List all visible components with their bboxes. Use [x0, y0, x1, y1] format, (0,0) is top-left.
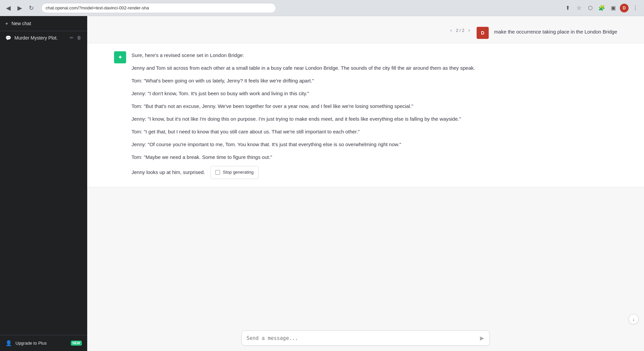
stop-generating-button[interactable]: Stop generating	[210, 166, 259, 179]
upgrade-icon: 👤	[5, 340, 12, 346]
back-button[interactable]: ◀	[4, 3, 13, 13]
bookmark-button[interactable]: ☆	[574, 3, 584, 13]
ai-intro: Sure, here's a revised scene set in Lond…	[131, 51, 617, 59]
forward-button[interactable]: ▶	[15, 3, 24, 13]
ai-para-1: Tom: "What's been going on with us latel…	[131, 77, 617, 85]
conversation: ‹ 2 / 2 › D make the occurrence taking p…	[87, 16, 644, 327]
extensions-button[interactable]: ⬡	[586, 3, 595, 13]
ai-message-wrapper: ✦ Sure, here's a revised scene set in Lo…	[87, 43, 644, 187]
ai-message-content: Sure, here's a revised scene set in Lond…	[131, 51, 617, 179]
ai-para-4: Jenny: "I know, but it's not like I'm do…	[131, 115, 617, 123]
ai-para-6: Jenny: "Of course you're important to me…	[131, 140, 617, 149]
new-chat-label: New chat	[11, 21, 31, 26]
browser-actions: ⬆ ☆ ⬡ 🧩 ▣ D ⋮	[563, 3, 640, 13]
ai-avatar: ✦	[114, 51, 126, 63]
input-area: ▶	[87, 327, 644, 351]
message-navigation: ‹ 2 / 2 ›	[449, 27, 471, 34]
next-message-button[interactable]: ›	[467, 27, 471, 34]
stop-checkbox-icon	[215, 170, 220, 175]
input-wrapper: ▶	[241, 331, 490, 346]
upgrade-to-plus-button[interactable]: 👤 Upgrade to Plus NEW	[0, 335, 87, 351]
app-container: + New chat 💬 Murder Mystery Plot. ✏ 🗑 👤 …	[0, 16, 644, 351]
stop-generating-label: Stop generating	[223, 169, 254, 176]
user-msg-row: ‹ 2 / 2 › D make the occurrence taking p…	[449, 27, 617, 39]
ai-para-0: Jenny and Tom sit across from each other…	[131, 64, 617, 72]
ai-para-3: Tom: "But that's not an excuse, Jenny. W…	[131, 102, 617, 110]
user-message-wrapper: ‹ 2 / 2 › D make the occurrence taking p…	[87, 23, 644, 43]
ai-para-2: Jenny: "I don't know, Tom. It's just bee…	[131, 90, 617, 98]
prev-message-button[interactable]: ‹	[449, 27, 453, 34]
user-avatar-browser[interactable]: D	[620, 4, 629, 12]
upgrade-label: Upgrade to Plus	[15, 341, 47, 346]
new-badge: NEW	[71, 341, 82, 346]
user-avatar: D	[477, 27, 489, 39]
sidebar: + New chat 💬 Murder Mystery Plot. ✏ 🗑 👤 …	[0, 16, 87, 351]
sidebar-toggle-button[interactable]: ▣	[608, 3, 618, 13]
send-button[interactable]: ▶	[479, 334, 485, 342]
ai-para-5: Tom: "I get that, but I need to know tha…	[131, 128, 617, 136]
new-chat-button[interactable]: + New chat	[0, 16, 87, 31]
browser-chrome: ◀ ▶ ↻ chat.openai.com/?model=text-davinc…	[0, 0, 644, 16]
share-button[interactable]: ⬆	[563, 3, 572, 13]
address-bar[interactable]: chat.openai.com/?model=text-davinci-002-…	[41, 3, 276, 13]
ai-para-8: Jenny looks up at him, surprised.	[131, 168, 205, 176]
message-input[interactable]	[247, 335, 479, 341]
openai-icon: ✦	[118, 54, 123, 61]
main-content: ‹ 2 / 2 › D make the occurrence taking p…	[87, 16, 644, 351]
message-count: 2 / 2	[456, 28, 464, 33]
url-text: chat.openai.com/?model=text-davinci-002-…	[46, 5, 149, 10]
edit-chat-button[interactable]: ✏	[69, 35, 74, 41]
delete-chat-button[interactable]: 🗑	[76, 35, 82, 41]
chat-icon: 💬	[5, 35, 11, 41]
chat-title: Murder Mystery Plot.	[14, 35, 66, 41]
chat-actions: ✏ 🗑	[69, 35, 82, 41]
menu-button[interactable]: ⋮	[631, 3, 640, 13]
ai-para-7: Tom: "Maybe we need a break. Some time t…	[131, 153, 617, 161]
plus-icon: +	[5, 21, 8, 26]
sidebar-item-murder-mystery[interactable]: 💬 Murder Mystery Plot. ✏ 🗑	[0, 31, 87, 44]
puzzle-button[interactable]: 🧩	[597, 3, 606, 13]
scroll-down-button[interactable]: ↓	[629, 314, 639, 324]
user-message-text: make the occurrence taking place in the …	[494, 27, 617, 35]
reload-button[interactable]: ↻	[27, 3, 36, 13]
